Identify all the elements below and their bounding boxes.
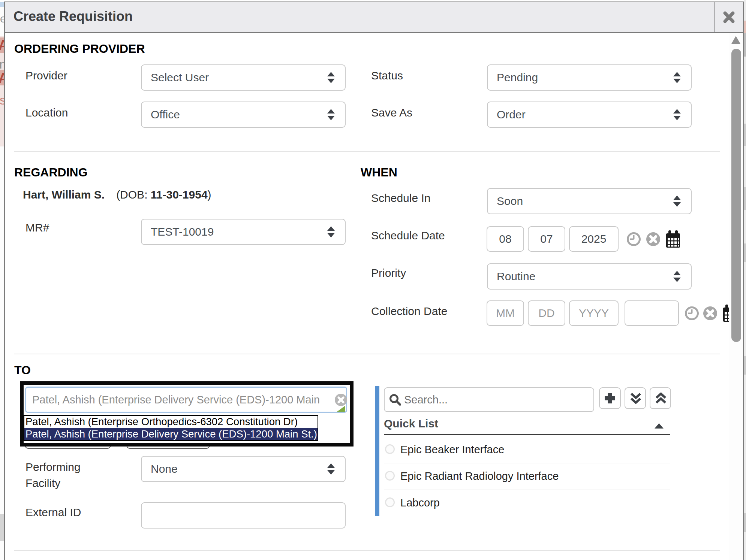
plus-icon <box>604 392 616 404</box>
quick-list-heading: Quick List <box>384 418 438 429</box>
status-select[interactable]: Pending <box>487 64 692 91</box>
save-as-select-value: Order <box>497 108 526 121</box>
select-arrows-icon <box>673 109 681 120</box>
quick-list-radio[interactable] <box>385 497 395 507</box>
location-select[interactable]: Office <box>141 102 346 128</box>
ordering-provider-heading: ORDERING PROVIDER <box>14 43 145 55</box>
schedule-date-time-icon[interactable] <box>627 232 641 246</box>
background-fragment-text: A <box>0 70 4 86</box>
section-divider <box>14 354 720 354</box>
section-divider <box>14 151 720 152</box>
search-input[interactable] <box>384 387 594 412</box>
provider-select[interactable]: Select User <box>141 64 346 91</box>
background-fragment <box>744 243 746 262</box>
recipient-input-wrap <box>25 387 347 413</box>
performing-facility-select[interactable]: None <box>141 456 346 482</box>
background-page-left-strip: e A m A s. <box>0 0 4 560</box>
provider-label: Provider <box>25 70 67 81</box>
background-fragment <box>0 514 4 541</box>
patient-dob-suffix: ) <box>208 188 211 201</box>
collection-date-day-input[interactable] <box>528 300 565 326</box>
quick-list-collapse-icon[interactable] <box>655 423 664 429</box>
recipient-dropdown: Patel, Ashish (Enterprise Orthopedics-63… <box>24 415 318 441</box>
background-page-right-strip <box>744 0 746 560</box>
priority-select-value: Routine <box>497 270 535 283</box>
collection-date-year-input[interactable] <box>569 300 619 326</box>
collection-date-clear-icon[interactable] <box>703 306 717 320</box>
select-arrows-icon <box>673 196 681 207</box>
recipient-clear-icon[interactable] <box>335 394 347 406</box>
background-fragment-text: e <box>0 12 4 23</box>
close-button[interactable] <box>715 2 743 32</box>
performing-facility-label: Performing Facility <box>25 459 117 491</box>
create-requisition-dialog: e A m A s. Create Requisition ORDERING P… <box>0 0 746 560</box>
recipient-option-1[interactable]: Patel, Ashish (Enterprise Orthopedics-63… <box>24 416 318 428</box>
save-as-select[interactable]: Order <box>487 102 692 128</box>
collection-date-month-input[interactable] <box>487 300 524 326</box>
mr-select[interactable]: TEST-10019 <box>141 219 346 245</box>
patient-dob: 11-30-1954 <box>151 188 208 201</box>
schedule-date-year-input[interactable] <box>569 226 619 252</box>
collection-date-time-icon[interactable] <box>685 306 699 320</box>
select-arrows-icon <box>327 109 335 120</box>
schedule-date-clear-icon[interactable] <box>646 232 660 246</box>
to-heading: TO <box>14 364 31 376</box>
section-divider <box>14 550 720 551</box>
patient-name: Hart, William S. <box>23 188 105 201</box>
quick-list-separator <box>384 463 670 463</box>
quick-list-separator <box>384 516 670 516</box>
performing-facility-select-value: None <box>151 463 178 475</box>
schedule-date-month-input[interactable] <box>487 226 524 252</box>
priority-label: Priority <box>371 267 406 279</box>
background-fragment <box>744 124 746 146</box>
mr-select-value: TEST-10019 <box>151 225 214 238</box>
modal-title: Create Requisition <box>13 10 133 23</box>
schedule-in-select[interactable]: Soon <box>487 188 692 214</box>
status-select-value: Pending <box>497 71 538 84</box>
when-heading: WHEN <box>361 166 397 178</box>
collection-date-label: Collection Date <box>371 306 447 317</box>
expand-all-button[interactable] <box>625 387 646 409</box>
schedule-date-calendar-icon[interactable] <box>666 230 680 248</box>
background-fragment <box>0 2 4 7</box>
priority-select[interactable]: Routine <box>487 263 692 290</box>
background-fragment <box>744 33 746 57</box>
status-label: Status <box>371 70 403 81</box>
select-arrows-icon <box>327 72 335 83</box>
external-id-label: External ID <box>25 507 81 518</box>
modal-scrollbar[interactable] <box>729 33 743 560</box>
quick-list-separator <box>384 490 670 490</box>
double-chevron-down-icon <box>630 393 641 405</box>
patient-dob-prefix: (DOB: <box>116 188 151 201</box>
recipient-option-2-selected[interactable]: Patel, Ashish (Enterprise Delivery Servi… <box>24 428 318 441</box>
schedule-in-label: Schedule In <box>371 193 430 204</box>
collection-date-time-input[interactable] <box>625 300 679 326</box>
scrollbar-up-arrow[interactable] <box>731 36 740 44</box>
quick-list-divider <box>384 434 670 435</box>
scrollbar-thumb[interactable] <box>731 49 741 342</box>
quick-list-item[interactable]: Epic Beaker Interface <box>400 444 504 455</box>
quick-list-accent-bar <box>375 386 379 516</box>
background-fragment <box>744 187 746 210</box>
search-input-wrap <box>384 387 594 412</box>
quick-list-item[interactable]: Epic Radiant Radiology Interface <box>400 471 559 482</box>
background-fragment-text: A <box>0 37 4 53</box>
resize-handle-icon <box>337 406 345 412</box>
select-arrows-icon <box>673 72 681 83</box>
quick-list-radio[interactable] <box>385 471 395 481</box>
background-fragment <box>744 356 746 375</box>
double-chevron-up-icon <box>655 393 667 405</box>
add-button[interactable] <box>599 387 621 409</box>
quick-list-item[interactable]: Labcorp <box>400 497 440 508</box>
schedule-date-day-input[interactable] <box>528 226 565 252</box>
recipient-input[interactable] <box>25 387 347 413</box>
external-id-input[interactable] <box>141 502 346 529</box>
quick-list-radio[interactable] <box>385 444 395 454</box>
save-as-label: Save As <box>371 107 412 118</box>
search-icon <box>389 394 401 406</box>
select-arrows-icon <box>673 271 681 282</box>
collapse-all-button[interactable] <box>650 387 671 409</box>
background-fragment <box>744 513 746 532</box>
select-arrows-icon <box>327 463 335 475</box>
mr-label: MR# <box>25 222 49 233</box>
